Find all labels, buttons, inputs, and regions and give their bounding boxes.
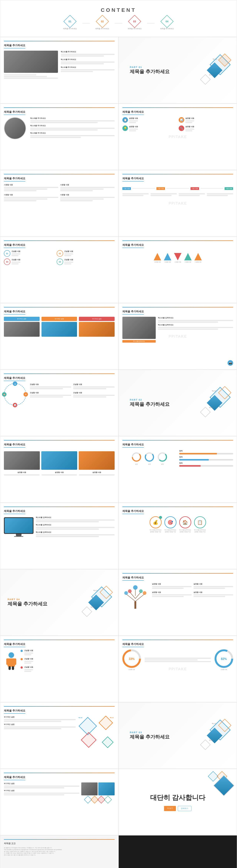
pline-3a-6 [30,137,81,138]
timeline-dot-11a-3 [21,666,23,669]
ty-buttons: 더 보기 연락하기 [164,806,192,811]
feature-6a-3: 부가적인 설명 [79,317,114,337]
ty-btn-2[interactable]: 연락하기 [178,806,191,811]
info-text-3b-4: 설명할 내용 [185,125,194,132]
text-title-6b-2: 텍스트를 입력하세요 [158,324,233,326]
info-item-3b-1: 📋 설명할 내용 [123,117,177,124]
part04-title: 제목을 추가하세요 [7,601,47,607]
slide-title-2a: 제목을 추가하세요 [4,44,25,49]
caution-text-14a: 본 템플릿은 저작권법에 의해 보호받는 저작물입니다. 무단 복제 및 배포를… [4,847,114,856]
slide-9b: 제목을 추가하세요 💰 텍스트를 입력하세요설명할 내용을 작성 🎯 텍스트를 … [119,503,237,569]
pie-label-11b-1: 건설할 내용 [123,669,141,671]
circle-img-3a [4,117,26,140]
pline-7a-2 [30,388,63,389]
monitor-screen-9a [5,518,33,533]
diamond-num-2: 02 [101,20,104,23]
svg-rect-19 [6,658,8,665]
monitor-area-9a [4,517,33,537]
diamond-num-3: 03 [133,20,136,23]
badge-5a-1: 01 [4,250,10,257]
bar-bg-8b-2 [179,459,233,461]
slide-title-8b: 제목을 추가하세요 [123,443,144,447]
bar-bg-8b-1 [179,453,233,455]
slide-3b: 제목을 추가하세요 📋 설명할 내용 📊 설명할 내용 [119,103,237,170]
const-7a-3: 건설할 내용 [30,392,71,398]
pline-4a-12 [60,200,93,201]
part02-title: 제목을 추가하세요 [130,401,169,407]
arrow-label-5b-1: 사용할 내용 [154,261,161,263]
accent-bar-12a [4,706,114,707]
part02-diamonds: 텍스트 텍스트 [200,388,230,417]
const-title-5a-3: 건설할 내용 [11,258,20,261]
accent-bar-8b [123,440,233,440]
pie-num-11b-1: 33% [129,657,135,661]
circle-icon-9b-3: 🏠 [179,516,191,528]
connector-3 [147,17,155,30]
usage-title-4a-1: 사용할 내용 [4,184,58,186]
arrow-label-5b-3: 사용할 내용 [174,261,181,263]
pline-3b-3 [185,120,194,121]
pline-10b-4 [193,588,225,589]
slide-6a: 제목을 추가하세요 부가적인 설명 부가적인 설명 부가적인 설명 [0,303,119,370]
tree-title-10b-1: 설명할 내용 [152,583,192,585]
text-area-7a: 건설할 내용 건설할 내용 건설할 내용 [30,383,114,405]
text-title-13a-2: 부가적인 설명 [4,789,79,792]
accent-bar-3b [123,107,233,108]
accent-bar-2a [4,41,114,41]
info-grid-3b: 📋 설명할 내용 📊 설명할 내용 💡 [123,117,233,132]
text-title-13a-1: 부가적인 설명 [4,782,79,785]
info-item-3b-4: 🔧 설명할 내용 [179,125,233,132]
circle-item-9b-4: 📋 텍스트를 입력하세요설명할 내용을 작성 [194,516,206,533]
desc-11b [144,657,211,663]
content-item-1: 01 제목을 추가하세요 [63,17,77,30]
donut-8b-3: 설명 [157,452,168,465]
connector-4b-2 [166,188,189,188]
pline-4a-9 [4,200,36,201]
const-title-5a-1: 건설할 내용 [11,250,20,253]
usage-title-4a-4: 사용할 내용 [60,194,114,196]
accent-bar-5a [4,241,114,241]
tree-title-10b-4: 설명할 내용 [193,591,233,594]
img-8a-3 [79,451,114,470]
slide-9a: 제목을 추가하세요 텍스트를 입력하세요 [0,503,119,569]
ds-1 [79,717,97,735]
info-title-3b-1: 설명할 내용 [129,117,138,120]
info-title-3b-4: 설명할 내용 [185,125,194,128]
pline-4b-3 [151,193,177,194]
diamond-group-04: 텍스트 텍스트 [81,588,111,617]
slide-title-5a: 제목을 추가하세요 [4,243,25,248]
svg-point-13 [143,591,147,595]
text-6b-1: 텍스트를 입력하세요 [158,317,233,323]
pline-12a-3 [4,726,76,727]
part03-number: PART 03 [130,731,169,734]
donut-label-8b-2: 설명 [144,463,155,465]
pline-5a-8 [64,264,71,265]
feature-img-6a-1 [4,322,40,337]
arrows-5b: 사용할 내용 사용할 내용 사용할 내용 사용할 내용 사용할 내용 [123,253,233,263]
right-13a [81,782,114,802]
diamond-group-01: 텍스트 텍스트 [200,56,230,85]
text-title-12a-2: 부가적인 설명 [4,723,76,726]
arrow-item-5b-2: 사용할 내용 [164,253,171,263]
text-9a-2: 텍스트를 입력하세요 [36,524,114,530]
col-right-2a: 텍스트를 추가하세요 텍스트를 추가하세요 텍스트를 추가하세요 [61,51,115,103]
slide-title-8a: 제목을 추가하세요 [4,443,25,447]
pline-9a-4 [36,529,99,530]
diamond-3: 03 [128,15,141,28]
text-title-8a-3: 설명할 내용 [79,471,114,474]
accent-bar-8a [4,440,114,440]
feature-row-6a: 부가적인 설명 부가적인 설명 부가적인 설명 [4,317,114,337]
donut-label-8b-1: 설명 [131,463,142,465]
ty-btn-1[interactable]: 더 보기 [164,806,176,811]
slide-title-11b: 제목을 추가하세요 [123,643,144,647]
diamond-04-text2: 텍스트 [90,606,95,608]
accent-bar-9a [4,506,114,507]
svg-point-16 [133,585,137,590]
watermark-4b: PPITAKE [168,201,187,206]
pline-4b-8 [207,195,228,196]
svg-rect-18 [7,658,15,667]
diamond-02-text1: 텍스트 [212,390,216,392]
const-grid-7a: 건설할 내용 건설할 내용 건설할 내용 [30,383,114,398]
bars-8b: 항목 항목 항목 [179,450,233,467]
part02-text-area: PART 02 제목을 추가하세요 [130,398,169,407]
